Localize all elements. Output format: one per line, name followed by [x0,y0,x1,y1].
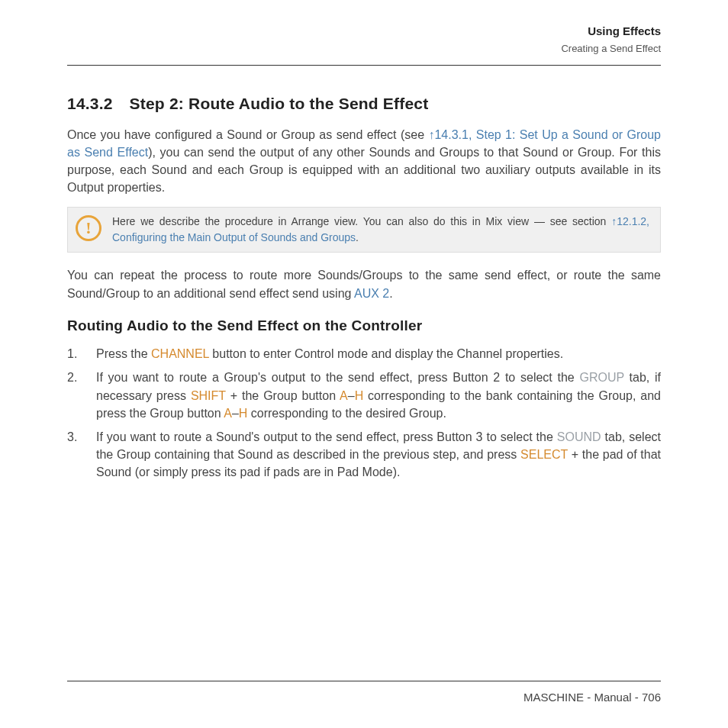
info-callout: ! Here we describe the procedure in Arra… [67,207,661,253]
paragraph-intro: Once you have configured a Sound or Grou… [67,126,661,197]
page-content: Using Effects Creating a Send Effect 14.… [0,0,728,728]
page-footer: MASCHINE - Manual - 706 [67,681,661,705]
subsection-heading: Routing Audio to the Send Effect on the … [67,316,661,337]
keyword-h-1: H [355,389,364,402]
keyword-shift: SHIFT [191,389,226,402]
footer-text: MASCHINE - Manual - 706 [523,691,661,704]
keyword-select: SELECT [520,448,568,461]
step-3: If you want to route a Sound's output to… [67,428,661,482]
paragraph-repeat: You can repeat the process to route more… [67,266,661,301]
step-2: If you want to route a Group's output to… [67,369,661,422]
main-content: 14.3.2Step 2: Route Audio to the Send Ef… [67,66,661,481]
section-number: 14.3.2 [67,92,113,114]
steps-list: Press the CHANNEL button to enter Contro… [67,345,661,481]
keyword-a-2: A [224,407,232,420]
callout-text: Here we describe the procedure in Arrang… [112,214,649,246]
keyword-h-2: H [239,407,248,420]
header-chapter: Using Effects [67,23,661,39]
header-section: Creating a Send Effect [67,42,661,56]
xref-link-aux2[interactable]: AUX 2 [354,287,389,300]
keyword-a-1: A [340,389,348,402]
keyword-sound-tab: SOUND [557,430,601,443]
section-title-text: Step 2: Route Audio to the Send Effect [130,95,429,112]
section-heading: 14.3.2Step 2: Route Audio to the Send Ef… [67,92,661,114]
warning-icon: ! [76,215,101,241]
page-header: Using Effects Creating a Send Effect [67,23,661,66]
callout-icon-wrap: ! [76,214,101,241]
step-1: Press the CHANNEL button to enter Contro… [67,345,661,362]
keyword-group-tab: GROUP [579,371,623,384]
keyword-channel: CHANNEL [151,347,209,360]
